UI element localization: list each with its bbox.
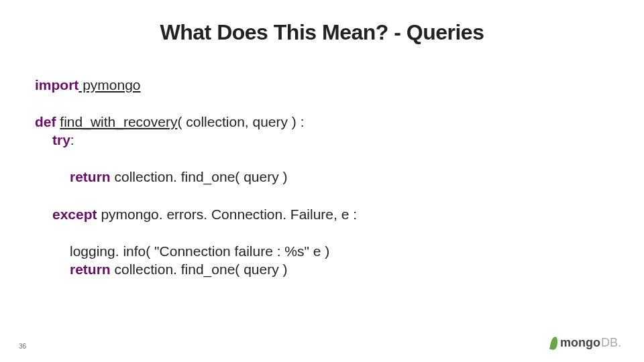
logging-call: logging. info( "Connection failure : %s"… — [70, 243, 329, 259]
slide: What Does This Mean? - Queries import py… — [0, 0, 644, 362]
keyword-except: except — [52, 206, 97, 222]
logo-text-mongo: mongo — [560, 336, 600, 350]
blank-line — [35, 188, 609, 206]
keyword-def: def — [35, 114, 56, 129]
colon: : — [70, 132, 74, 147]
code-line-return1: return collection. find_one( query ) — [35, 169, 609, 185]
def-params: ( collection, query ) : — [177, 114, 304, 129]
keyword-return: return — [70, 169, 111, 184]
leaf-icon — [549, 336, 559, 351]
function-name: find_with_recovery — [60, 114, 177, 129]
code-line-try: try: — [35, 132, 609, 148]
mongodb-logo: mongoDB. — [551, 336, 621, 350]
page-number: 36 — [19, 343, 26, 350]
blank-line — [35, 95, 609, 114]
blank-line — [35, 225, 609, 243]
blank-line — [35, 150, 609, 169]
except-expr: pymongo. errors. Connection. Failure, e … — [97, 206, 358, 222]
code-line-import: import pymongo — [35, 77, 609, 93]
keyword-import: import — [35, 77, 78, 93]
return-expr: collection. find_one( query ) — [111, 169, 288, 184]
code-block: import pymongo def find_with_recovery( c… — [35, 77, 609, 280]
keyword-return: return — [70, 261, 111, 277]
slide-title: What Does This Mean? - Queries — [0, 20, 644, 45]
code-line-def: def find_with_recovery( collection, quer… — [35, 114, 609, 130]
code-line-return2: return collection. find_one( query ) — [35, 261, 609, 278]
keyword-try: try — [52, 132, 70, 147]
code-line-logging: logging. info( "Connection failure : %s"… — [35, 243, 609, 259]
module-name: pymongo — [78, 77, 140, 93]
return-expr: collection. find_one( query ) — [111, 261, 288, 277]
code-line-except: except pymongo. errors. Connection. Fail… — [35, 206, 609, 223]
logo-text-db: DB. — [601, 336, 621, 350]
